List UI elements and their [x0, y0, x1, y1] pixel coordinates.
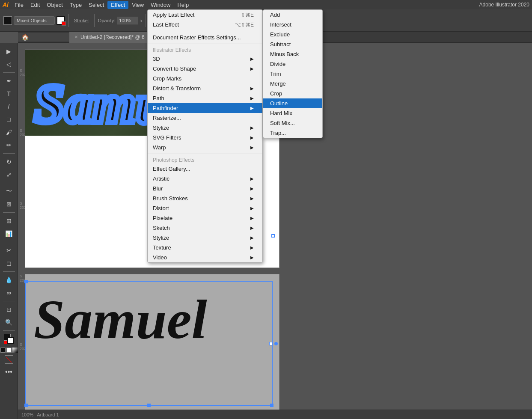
more-tools-btn[interactable]: •••: [5, 368, 12, 376]
menu-object[interactable]: Object: [43, 1, 66, 9]
toolbar-separator-1: [68, 14, 69, 27]
menu-artistic[interactable]: Artistic ▶: [148, 174, 262, 184]
pathfinder-hard-mix[interactable]: Hard Mix: [263, 108, 322, 118]
menu-effect[interactable]: Effect: [107, 1, 128, 9]
fill-dropdown[interactable]: Mixed Objects: [14, 16, 55, 25]
rect-tool[interactable]: □: [3, 113, 15, 125]
artboard-tool[interactable]: ⊡: [3, 303, 15, 315]
tab-title: Untitled-2 [Recovered]* @ 6: [80, 34, 145, 40]
pathfinder-submenu: Add Intersect Exclude Subtract Minus Bac…: [263, 9, 323, 138]
pathfinder-trim[interactable]: Trim: [263, 69, 322, 79]
opacity-input[interactable]: [117, 17, 138, 24]
pathfinder-divide[interactable]: Divide: [263, 59, 322, 69]
none-swatch[interactable]: [4, 341, 7, 344]
menu-texture[interactable]: Texture ▶: [148, 243, 262, 253]
app-logo: Ai: [3, 1, 9, 8]
menu-document-raster[interactable]: Document Raster Effects Settings...: [148, 33, 262, 42]
tool-sep-7: [3, 301, 15, 301]
sel-handle-br[interactable]: [270, 404, 273, 407]
column-graph-tool[interactable]: 📊: [3, 228, 15, 240]
menu-file[interactable]: File: [11, 1, 27, 9]
direct-select-tool[interactable]: ◁: [3, 58, 15, 70]
pathfinder-minus-back[interactable]: Minus Back: [263, 49, 322, 59]
white-swatch[interactable]: [6, 348, 12, 353]
symbol-tool[interactable]: ⊞: [3, 215, 15, 227]
zoom-tool[interactable]: 🔍: [3, 316, 15, 328]
scale-tool[interactable]: ⤢: [3, 169, 15, 181]
menu-select[interactable]: Select: [85, 1, 107, 9]
selection-handle-br[interactable]: [271, 234, 275, 238]
menu-rasterize[interactable]: Rasterize...: [148, 113, 262, 123]
menu-video[interactable]: Video ▶: [148, 253, 262, 262]
pathfinder-subtract[interactable]: Subtract: [263, 39, 322, 49]
eraser-tool[interactable]: ◻: [3, 257, 15, 269]
menu-type[interactable]: Type: [66, 1, 85, 9]
pathfinder-soft-mix[interactable]: Soft Mix...: [263, 118, 322, 128]
document-tab[interactable]: ✕ Untitled-2 [Recovered]* @ 6: [69, 32, 150, 43]
none-icon-btn[interactable]: [5, 355, 13, 364]
menu-path[interactable]: Path ▶: [148, 93, 262, 103]
menu-sep-1: [148, 31, 262, 31]
menu-view[interactable]: View: [128, 1, 147, 9]
menu-last-effect[interactable]: Last Effect ⌥⇧⌘E: [148, 20, 262, 30]
menu-distort[interactable]: Distort ▶: [148, 203, 262, 213]
pathfinder-exclude[interactable]: Exclude: [263, 30, 322, 39]
opacity-arrow[interactable]: ›: [140, 17, 142, 24]
menu-effect-gallery[interactable]: Effect Gallery...: [148, 164, 262, 174]
black-swatch[interactable]: [0, 348, 6, 353]
menu-distort-transform[interactable]: Distort & Transform ▶: [148, 83, 262, 93]
menu-sketch[interactable]: Sketch ▶: [148, 223, 262, 233]
menu-crop-marks[interactable]: Crop Marks: [148, 74, 262, 83]
eyedropper-tool[interactable]: 💧: [3, 274, 15, 286]
sel-handle-bm[interactable]: [147, 404, 151, 407]
pathfinder-outline[interactable]: Outline: [263, 98, 322, 108]
menu-edit[interactable]: Edit: [27, 1, 43, 9]
stroke-label: Stroke:: [74, 18, 89, 23]
tool-sep-4: [3, 212, 15, 213]
pathfinder-merge[interactable]: Merge: [263, 79, 322, 89]
free-transform-tool[interactable]: ⊠: [3, 198, 15, 210]
pathfinder-crop[interactable]: Crop: [263, 89, 322, 98]
blend-tool[interactable]: ∞: [3, 287, 15, 299]
menu-svg-filters[interactable]: SVG Filters ▶: [148, 133, 262, 143]
tool-sep-3: [3, 183, 15, 183]
stroke-swatch[interactable]: [7, 337, 14, 344]
tab-close-icon[interactable]: ✕: [74, 35, 78, 39]
warp-tool[interactable]: 〜: [3, 185, 15, 197]
type-tool[interactable]: T: [3, 88, 15, 100]
fill-color-box[interactable]: [3, 16, 12, 25]
menu-3d[interactable]: 3D ▶: [148, 54, 262, 64]
tool-sep-5: [3, 242, 15, 242]
menu-pixelate[interactable]: Pixelate ▶: [148, 213, 262, 223]
menu-apply-last-effect[interactable]: Apply Last Effect ⇧⌘E: [148, 10, 262, 20]
menu-window[interactable]: Window: [147, 1, 174, 9]
menu-blur[interactable]: Blur ▶: [148, 184, 262, 193]
menu-brush-strokes[interactable]: Brush Strokes ▶: [148, 193, 262, 203]
gradient-swatch[interactable]: [12, 348, 18, 353]
slice-tool[interactable]: ✂: [3, 244, 15, 256]
menu-sep-3: [148, 154, 262, 154]
artboard-name: Artboard 1: [37, 412, 59, 417]
select-tool[interactable]: ▶: [3, 45, 15, 57]
menu-warp[interactable]: Warp ▶: [148, 143, 262, 152]
tool-sep-8: [3, 330, 15, 331]
rotate-tool[interactable]: ↻: [3, 156, 15, 168]
home-tab[interactable]: 🏠: [18, 33, 69, 42]
menu-stylize-ps[interactable]: Stylize ▶: [148, 233, 262, 243]
tool-sep-2: [3, 153, 15, 154]
paintbrush-tool[interactable]: 🖌: [3, 126, 15, 138]
pathfinder-trap[interactable]: Trap...: [263, 128, 322, 138]
pen-tool[interactable]: ✒: [3, 75, 15, 87]
left-toolbar: ▶ ◁ ✒ T / □ 🖌 ✏ ↻ ⤢ 〜 ⊠ ⊞ 📊 ✂ ◻ 💧 ∞ ⊡ 🔍 …: [0, 43, 18, 419]
menu-convert-to-shape[interactable]: Convert to Shape ▶: [148, 64, 262, 74]
pathfinder-intersect[interactable]: Intersect: [263, 20, 322, 30]
menu-help[interactable]: Help: [174, 1, 192, 9]
pathfinder-add[interactable]: Add: [263, 10, 322, 20]
menu-pathfinder[interactable]: Pathfinder ▶: [148, 103, 262, 113]
sel-handle-tl[interactable]: [24, 280, 28, 283]
pencil-tool[interactable]: ✏: [3, 139, 15, 151]
sel-handle-bl[interactable]: [24, 404, 28, 407]
menu-stylize-ill[interactable]: Stylize ▶: [148, 123, 262, 133]
stroke-color-box[interactable]: [56, 16, 65, 25]
line-tool[interactable]: /: [3, 101, 15, 113]
